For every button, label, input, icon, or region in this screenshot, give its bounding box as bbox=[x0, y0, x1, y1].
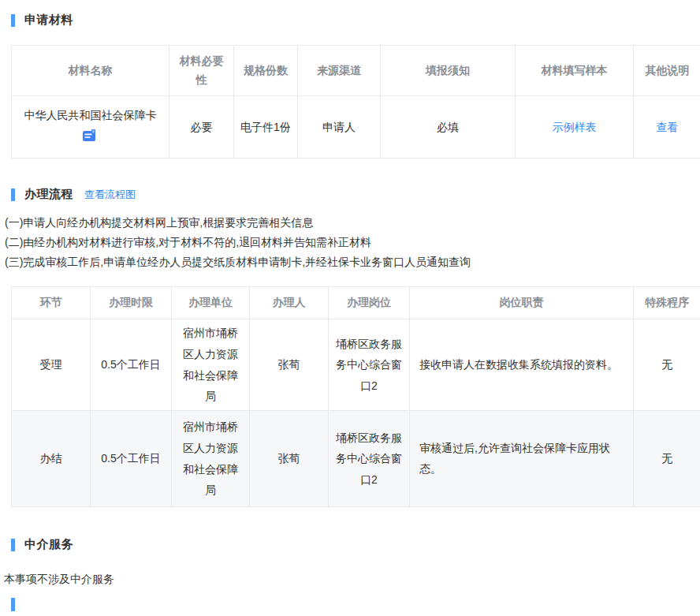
col-handling-post: 办理岗位 bbox=[329, 287, 410, 319]
special-cell: 无 bbox=[634, 411, 700, 507]
person-cell: 张荀 bbox=[250, 411, 329, 507]
col-step: 环节 bbox=[12, 287, 91, 319]
special-cell: 无 bbox=[634, 319, 700, 411]
next-section-accent-bar bbox=[11, 598, 15, 611]
materials-section-title: 申请材料 bbox=[24, 13, 73, 28]
post-cell: 埇桥区政务服务中心综合窗口2 bbox=[329, 319, 410, 411]
materials-table: 材料名称 材料必要性 规格份数 来源渠道 填报须知 材料填写样本 其他说明 中华… bbox=[11, 45, 700, 159]
col-handler: 办理人 bbox=[250, 287, 329, 319]
col-material-necessity: 材料必要性 bbox=[169, 46, 234, 96]
col-filling-sample: 材料填写样本 bbox=[516, 46, 634, 96]
view-flowchart-link[interactable]: 查看流程图 bbox=[84, 188, 136, 202]
process-row-complete: 办结 0.5个工作日 宿州市埇桥区人力资源和社会保障局 张荀 埇桥区政务服务中心… bbox=[12, 411, 700, 507]
person-cell: 张荀 bbox=[250, 319, 329, 411]
materials-section-header: 申请材料 bbox=[0, 0, 700, 28]
material-source-cell: 申请人 bbox=[298, 96, 381, 159]
col-filling-notice: 填报须知 bbox=[381, 46, 516, 96]
agency-section-title: 中介服务 bbox=[24, 537, 73, 552]
col-handling-unit: 办理单位 bbox=[172, 287, 250, 319]
time-cell: 0.5个工作日 bbox=[91, 411, 172, 507]
col-other-notes: 其他说明 bbox=[634, 46, 700, 96]
process-step-1: (一)申请人向经办机构提交材料网上预审,根据要求完善相关信息 bbox=[5, 213, 700, 233]
view-link[interactable]: 查看 bbox=[656, 121, 678, 133]
process-table: 环节 办理时限 办理单位 办理人 办理岗位 岗位职责 特殊程序 受理 0.5个工… bbox=[11, 286, 700, 507]
materials-table-header-row: 材料名称 材料必要性 规格份数 来源渠道 填报须知 材料填写样本 其他说明 bbox=[12, 46, 700, 96]
process-table-header-row: 环节 办理时限 办理单位 办理人 办理岗位 岗位职责 特殊程序 bbox=[12, 287, 700, 319]
section-accent-bar bbox=[11, 189, 15, 201]
material-notice-cell: 必填 bbox=[381, 96, 516, 159]
process-steps: (一)申请人向经办机构提交材料网上预审,根据要求完善相关信息 (二)由经办机构对… bbox=[5, 213, 700, 272]
col-post-duty: 岗位职责 bbox=[410, 287, 634, 319]
sample-table-link[interactable]: 示例样表 bbox=[553, 121, 597, 133]
agency-section-header: 中介服务 bbox=[0, 537, 700, 552]
material-row: 中华人民共和国社会保障卡 必要 电子件1份 申请人 必填 示例样表 bbox=[12, 96, 700, 159]
process-section-title: 办理流程 bbox=[24, 187, 73, 202]
col-spec-copies: 规格份数 bbox=[234, 46, 298, 96]
agency-note: 本事项不涉及中介服务 bbox=[4, 573, 700, 587]
step-cell: 受理 bbox=[12, 319, 91, 411]
col-source-channel: 来源渠道 bbox=[298, 46, 381, 96]
time-cell: 0.5个工作日 bbox=[91, 319, 172, 411]
material-sample-cell: 示例样表 bbox=[516, 96, 634, 159]
process-step-2: (二)由经办机构对材料进行审核,对于材料不符的,退回材料并告知需补正材料 bbox=[5, 233, 700, 252]
section-accent-bar bbox=[11, 14, 15, 27]
material-spec-cell: 电子件1份 bbox=[234, 96, 298, 159]
material-name-text: 中华人民共和国社会保障卡 bbox=[18, 106, 162, 124]
section-accent-bar bbox=[11, 539, 15, 551]
material-necessity-cell: 必要 bbox=[169, 96, 234, 159]
duty-cell: 接收申请人在数据收集系统填报的资料。 bbox=[410, 319, 634, 411]
process-step-3: (三)完成审核工作后,申请单位经办人员提交纸质材料申请制卡,并经社保卡业务窗口人… bbox=[5, 252, 700, 272]
unit-cell: 宿州市埇桥区人力资源和社会保障局 bbox=[172, 411, 250, 507]
col-time-limit: 办理时限 bbox=[91, 287, 172, 319]
unit-cell: 宿州市埇桥区人力资源和社会保障局 bbox=[172, 319, 250, 411]
material-name-cell: 中华人民共和国社会保障卡 bbox=[12, 96, 169, 159]
material-other-cell: 查看 bbox=[634, 96, 700, 159]
process-row-accept: 受理 0.5个工作日 宿州市埇桥区人力资源和社会保障局 张荀 埇桥区政务服务中心… bbox=[12, 319, 700, 411]
col-material-name: 材料名称 bbox=[12, 46, 169, 96]
duty-cell: 审核通过后,允许查询社会保障卡应用状态。 bbox=[410, 411, 634, 507]
card-icon[interactable] bbox=[83, 127, 98, 148]
col-special-procedure: 特殊程序 bbox=[634, 287, 700, 319]
step-cell: 办结 bbox=[12, 411, 91, 507]
process-section-header: 办理流程 查看流程图 bbox=[0, 187, 700, 202]
post-cell: 埇桥区政务服务中心综合窗口2 bbox=[329, 411, 410, 507]
